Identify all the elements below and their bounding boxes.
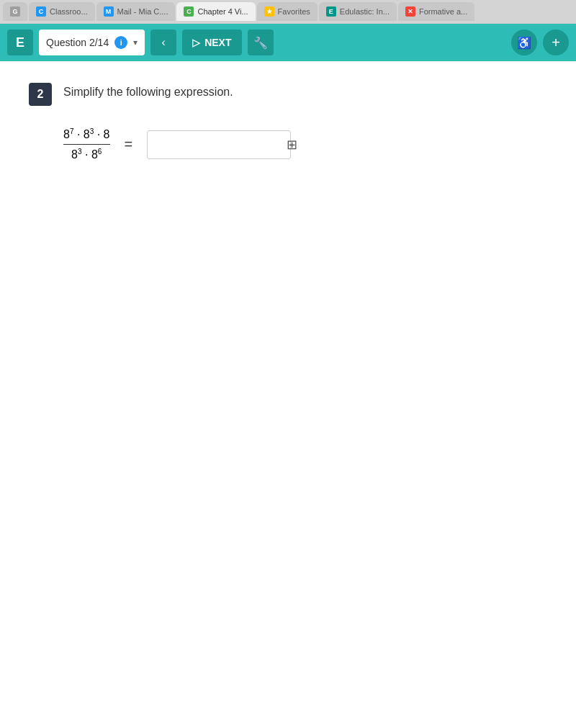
- tab-mail-label: Mail - Mia C....: [117, 7, 168, 16]
- browser-chrome: G C Classroo... M Mail - Mia C.... C Cha…: [0, 0, 576, 24]
- app-icon: E: [7, 30, 33, 55]
- answer-input-box: ⊞: [147, 130, 291, 159]
- question-header: 2 Simplify the following expression.: [29, 83, 547, 106]
- question-number-badge: 2: [29, 83, 52, 106]
- tab-chapter[interactable]: C Chapter 4 Vi...: [176, 2, 255, 21]
- next-label: NEXT: [204, 37, 231, 48]
- tab-favorites-label: Favorites: [278, 7, 310, 16]
- tool-button[interactable]: 🔧: [248, 30, 274, 55]
- tab-edulastic[interactable]: E Edulastic: In...: [319, 2, 397, 21]
- add-icon: +: [552, 35, 560, 51]
- fraction-denominator: 83 · 86: [71, 146, 102, 161]
- tab-chapter-label: Chapter 4 Vi...: [197, 7, 248, 16]
- tab-mail-favicon: M: [104, 6, 114, 17]
- question-selector[interactable]: Question 2/14 i ▾: [39, 30, 145, 55]
- tab-edulastic-favicon: E: [326, 6, 336, 17]
- math-expression-area: 87 · 83 · 8 83 · 86 = ⊞: [63, 127, 547, 162]
- answer-input[interactable]: [155, 139, 281, 150]
- math-fraction: 87 · 83 · 8 83 · 86: [63, 127, 110, 162]
- tab-formative[interactable]: ✕ Formative a...: [398, 2, 474, 21]
- tab-formative-label: Formative a...: [419, 7, 467, 16]
- tab-edulastic-label: Edulastic: In...: [340, 7, 390, 16]
- accessibility-button[interactable]: ♿: [511, 30, 537, 55]
- tab-favorites[interactable]: ★ Favorites: [257, 2, 318, 21]
- info-icon[interactable]: i: [114, 36, 127, 49]
- tab-favorites-favicon: ★: [264, 6, 274, 17]
- tab-bar: G C Classroo... M Mail - Mia C.... C Cha…: [0, 0, 576, 23]
- toolbar: E Question 2/14 i ▾ ‹ ▷ NEXT 🔧 ♿ +: [0, 24, 576, 61]
- next-arrow-icon: ▷: [192, 37, 200, 48]
- accessibility-icon: ♿: [517, 36, 531, 50]
- add-button[interactable]: +: [543, 30, 569, 55]
- calculator-icon[interactable]: ⊞: [287, 137, 297, 153]
- equals-sign: =: [125, 136, 133, 153]
- next-button[interactable]: ▷ NEXT: [182, 30, 241, 55]
- tab-classroom-favicon: C: [36, 6, 46, 17]
- tab-classroom-label: Classroo...: [50, 7, 88, 16]
- tab-g[interactable]: G: [3, 2, 27, 21]
- question-label: Question 2/14: [46, 37, 109, 48]
- prev-button[interactable]: ‹: [150, 30, 176, 55]
- main-content: 2 Simplify the following expression. 87 …: [0, 61, 576, 728]
- prev-icon: ‹: [162, 36, 166, 49]
- fraction-bar: [63, 144, 110, 145]
- tab-formative-favicon: ✕: [405, 6, 415, 17]
- tab-g-favicon: G: [10, 6, 20, 17]
- chevron-down-icon: ▾: [133, 37, 138, 48]
- fraction-numerator: 87 · 83 · 8: [63, 127, 110, 143]
- tab-classroom[interactable]: C Classroo...: [29, 2, 95, 21]
- tab-mail[interactable]: M Mail - Mia C....: [96, 2, 176, 21]
- question-text: Simplify the following expression.: [63, 83, 233, 99]
- tab-chapter-favicon: C: [184, 6, 194, 17]
- wrench-icon: 🔧: [253, 36, 268, 50]
